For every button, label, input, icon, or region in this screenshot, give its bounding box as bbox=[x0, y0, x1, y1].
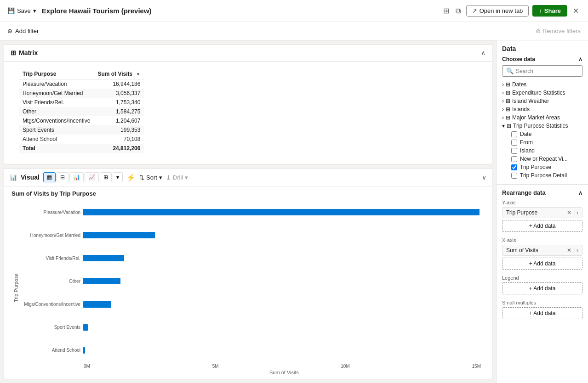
drill-dropdown-icon: ▾ bbox=[185, 174, 188, 181]
share-button[interactable]: ↑ Share bbox=[532, 5, 567, 17]
bar-track bbox=[83, 301, 481, 308]
data-title: Data bbox=[502, 45, 582, 52]
tree-item[interactable]: › ⊞ Island Weather bbox=[502, 97, 582, 105]
checkbox-Trip-Purpose-Detail[interactable] bbox=[511, 173, 517, 179]
bar-fill bbox=[83, 232, 155, 238]
lightning-icon[interactable]: ⚡ bbox=[126, 173, 136, 182]
choose-data-collapse-icon[interactable]: ∧ bbox=[578, 56, 582, 62]
x-tick: 5M bbox=[212, 364, 219, 369]
visual-icon: 📊 bbox=[10, 174, 17, 181]
small-multiples-label: Small multiples bbox=[502, 300, 582, 305]
legend-add-data-button[interactable]: + Add data bbox=[502, 282, 582, 294]
tab-bar-chart[interactable]: ▦ bbox=[43, 172, 56, 182]
title-bar: 💾 Save ▾ Explore Hawaii Tourism (preview… bbox=[0, 0, 588, 22]
cell-purpose: Visit Friends/Rel. bbox=[19, 98, 94, 107]
table-icon: ⊞ bbox=[506, 81, 510, 88]
choose-data-subtitle: Choose data ∧ bbox=[502, 56, 582, 62]
tree-item[interactable]: ▾ ⊞ Trip Purpose Statistics bbox=[502, 122, 582, 130]
search-input[interactable] bbox=[516, 68, 578, 74]
x-axis-add-data-button[interactable]: + Add data bbox=[502, 258, 582, 270]
matrix-collapse-button[interactable]: ∧ bbox=[481, 49, 485, 56]
cell-purpose: Attend School bbox=[19, 135, 94, 144]
open-icon: ↗ bbox=[472, 7, 477, 14]
bar-row: Other bbox=[21, 278, 481, 284]
bar-track bbox=[83, 278, 481, 284]
x-axis-remove-icon[interactable]: ✕ bbox=[567, 247, 571, 253]
checkbox-From[interactable] bbox=[511, 140, 517, 146]
bar-fill bbox=[83, 278, 120, 284]
x-axis-section-label: X-axis bbox=[502, 237, 582, 243]
tab-bar-chart-2[interactable]: 📈 bbox=[85, 172, 99, 182]
bar-label: Visit Friends/Rel. bbox=[21, 256, 80, 261]
split-icon-button[interactable]: ⧉ bbox=[454, 6, 462, 16]
open-in-new-tab-button[interactable]: ↗ Open in new tab bbox=[466, 5, 529, 17]
y-axis-arrow-icon[interactable]: › bbox=[577, 209, 578, 216]
bar-row: Honeymoon/Get Married bbox=[21, 232, 481, 238]
tab-column-chart[interactable]: 📊 bbox=[69, 172, 84, 182]
tree-expand-icon: › bbox=[502, 81, 504, 88]
add-filter-button[interactable]: ⊕ Add filter bbox=[7, 28, 39, 34]
y-axis-chip-icons: ✕ | › bbox=[567, 209, 578, 216]
bar-label: Pleasure/Vacation bbox=[21, 210, 80, 215]
cell-purpose: Sport Events bbox=[19, 125, 94, 135]
tree-item[interactable]: › ⊞ Dates bbox=[502, 80, 582, 89]
content-area: ⊞ Matrix ∧ Trip Purpose Sum of Visits bbox=[0, 40, 496, 383]
checkbox-label: Trip Purpose Detail bbox=[520, 172, 567, 179]
bar-fill bbox=[83, 347, 85, 354]
bar-track bbox=[83, 232, 481, 238]
visual-title: Visual bbox=[21, 174, 40, 181]
bar-label: Honeymoon/Get Married bbox=[21, 233, 80, 238]
y-axis-more-icon[interactable]: | bbox=[573, 209, 575, 216]
cell-purpose: Mtgs/Conventions/Incentive bbox=[19, 116, 94, 125]
save-button[interactable]: 💾 Save ▾ bbox=[7, 7, 36, 14]
filter-icon: ⊕ bbox=[7, 28, 12, 34]
bar-row: Pleasure/Vacation bbox=[21, 209, 481, 215]
remove-filters-button[interactable]: ⊘ Remove filters bbox=[536, 28, 581, 34]
sort-button[interactable]: ⇅ Sort ▾ bbox=[139, 174, 162, 181]
table-icon: ⊞ bbox=[506, 114, 510, 121]
tab-more-dropdown[interactable]: ▾ bbox=[113, 172, 123, 182]
tree-item[interactable]: › ⊞ Major Market Areas bbox=[502, 113, 582, 122]
cell-visits: 1,753,340 bbox=[94, 98, 144, 107]
y-axis-add-data-button[interactable]: + Add data bbox=[502, 220, 582, 232]
sort-dropdown-icon: ▾ bbox=[159, 174, 162, 181]
tree-item[interactable]: › ⊞ Expenditure Statistics bbox=[502, 89, 582, 97]
small-multiples-add-data-button[interactable]: + Add data bbox=[502, 307, 582, 319]
bar-track bbox=[83, 347, 481, 354]
data-section: Data Choose data ∧ 🔍 › ⊞ Dates › ⊞ Expen… bbox=[497, 40, 588, 185]
tab-table[interactable]: ⊞ bbox=[100, 172, 112, 182]
tab-line-chart[interactable]: ⊟ bbox=[57, 172, 69, 182]
search-box[interactable]: 🔍 bbox=[502, 65, 582, 77]
bar-fill bbox=[83, 301, 111, 308]
remove-filter-icon: ⊘ bbox=[536, 28, 541, 34]
chart-inner: Pleasure/Vacation Honeymoon/Get Married … bbox=[21, 201, 485, 375]
cell-visits: 199,353 bbox=[94, 125, 144, 135]
y-axis-section-label: Y-axis bbox=[502, 200, 582, 205]
checkbox-item: Island bbox=[511, 146, 582, 155]
checkbox-Date[interactable] bbox=[511, 131, 517, 137]
table-icon: ⊞ bbox=[506, 106, 510, 113]
x-axis-arrow-icon[interactable]: › bbox=[577, 247, 578, 253]
cell-visits: 3,056,337 bbox=[94, 89, 144, 98]
checkbox-Island[interactable] bbox=[511, 148, 517, 154]
close-button[interactable]: ✕ bbox=[571, 6, 581, 16]
col-sum-of-visits[interactable]: Sum of Visits ▼ bbox=[94, 69, 144, 79]
y-axis-remove-icon[interactable]: ✕ bbox=[567, 209, 571, 216]
x-axis-more-icon[interactable]: | bbox=[573, 247, 575, 253]
total-value: 24,812,206 bbox=[94, 144, 144, 153]
checkbox-item: Trip Purpose bbox=[511, 163, 582, 171]
visual-tabs: ▦ ⊟ 📊 📈 ⊞ ▾ bbox=[43, 172, 123, 182]
tree-item[interactable]: › ⊞ Islands bbox=[502, 105, 582, 113]
drill-button[interactable]: ⤓ Drill ▾ bbox=[166, 174, 188, 181]
visual-collapse-button[interactable]: ∨ bbox=[482, 174, 486, 181]
share-icon: ↑ bbox=[539, 7, 542, 14]
grid-icon-button[interactable]: ⊞ bbox=[441, 6, 451, 16]
bar-label: Sport Events bbox=[21, 325, 80, 330]
cell-visits: 70,108 bbox=[94, 135, 144, 144]
x-axis-ticks: 0M5M10M15M bbox=[21, 364, 485, 369]
bar-fill bbox=[83, 324, 88, 331]
rearrange-collapse-icon[interactable]: ∧ bbox=[578, 190, 582, 196]
checkbox-Trip-Purpose[interactable] bbox=[511, 164, 517, 170]
checkbox-New-or-Repeat-Vi...[interactable] bbox=[511, 156, 517, 162]
right-panel: Data Choose data ∧ 🔍 › ⊞ Dates › ⊞ Expen… bbox=[496, 40, 588, 383]
